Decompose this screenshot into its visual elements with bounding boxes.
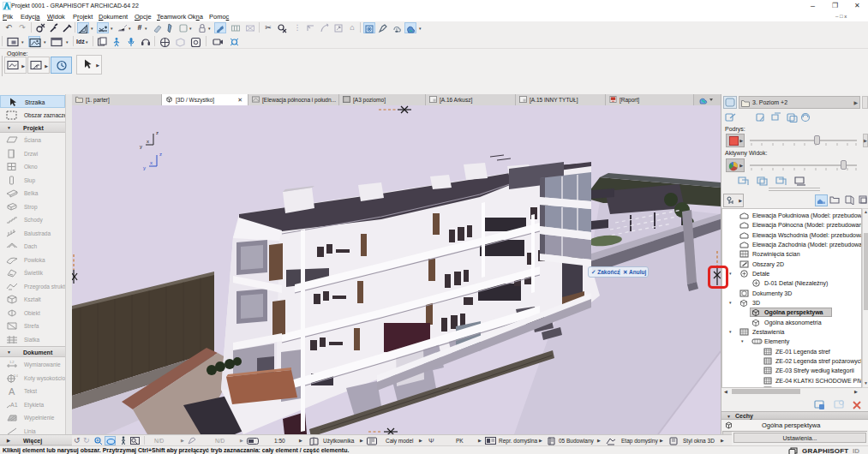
svg-text:1.2: 1.2: [9, 360, 15, 364]
svg-text:y: y: [143, 165, 146, 170]
svg-text:x: x: [147, 139, 149, 144]
svg-text:A: A: [9, 386, 15, 396]
svg-text:z: z: [159, 152, 162, 157]
svg-text:1.0: 1.0: [14, 373, 18, 378]
svg-text:y: y: [140, 144, 142, 149]
svg-text:x: x: [150, 160, 153, 165]
svg-text:z: z: [156, 130, 159, 135]
svg-text:A1: A1: [10, 402, 18, 408]
